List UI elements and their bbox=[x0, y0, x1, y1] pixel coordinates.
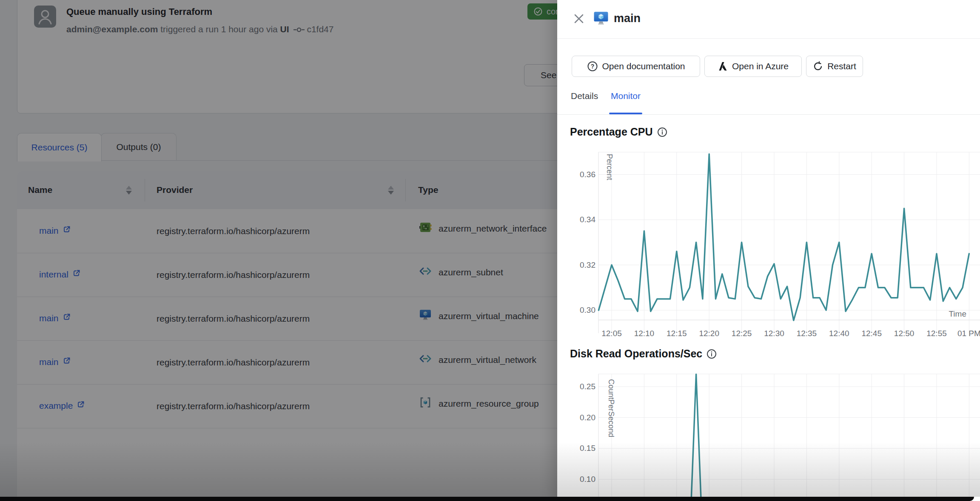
disk-read-chart: 0.100.150.200.25CountPerSecond bbox=[557, 363, 980, 501]
tab-monitor[interactable]: Monitor bbox=[611, 91, 641, 101]
chart-title-cpu: Percentage CPU bbox=[570, 126, 667, 138]
svg-text:CountPerSecond: CountPerSecond bbox=[607, 379, 615, 437]
svg-text:0.30: 0.30 bbox=[580, 306, 595, 314]
open-documentation-button[interactable]: ? Open documentation bbox=[572, 56, 700, 77]
svg-text:Time: Time bbox=[949, 309, 966, 318]
restart-button[interactable]: Restart bbox=[806, 56, 863, 77]
svg-text:01 PM: 01 PM bbox=[957, 329, 980, 338]
svg-text:?: ? bbox=[590, 63, 594, 70]
vm-icon bbox=[593, 10, 609, 28]
window-bottom-bar bbox=[0, 497, 974, 501]
svg-text:12:45: 12:45 bbox=[861, 329, 882, 338]
svg-text:0.25: 0.25 bbox=[580, 382, 595, 391]
info-icon[interactable] bbox=[657, 127, 667, 137]
svg-text:0.34: 0.34 bbox=[580, 215, 595, 224]
close-icon[interactable] bbox=[573, 13, 585, 25]
svg-text:12:15: 12:15 bbox=[667, 329, 687, 338]
svg-text:12:20: 12:20 bbox=[699, 329, 719, 338]
chart-title-disk-read: Disk Read Operations/Sec bbox=[570, 348, 717, 360]
svg-text:12:55: 12:55 bbox=[926, 329, 947, 338]
question-circle-icon: ? bbox=[587, 61, 598, 72]
svg-text:12:10: 12:10 bbox=[634, 329, 655, 338]
svg-text:0.32: 0.32 bbox=[580, 260, 595, 269]
restart-icon bbox=[813, 61, 823, 71]
drawer-title: main bbox=[614, 12, 641, 25]
svg-text:12:35: 12:35 bbox=[797, 329, 817, 338]
drawer-header-divider bbox=[557, 38, 980, 39]
info-icon[interactable] bbox=[707, 349, 717, 359]
open-in-azure-button[interactable]: Open in Azure bbox=[704, 56, 802, 77]
svg-text:0.10: 0.10 bbox=[580, 475, 595, 484]
drawer-tabs-divider bbox=[557, 114, 980, 115]
vm-drawer: main ? Open documentation Open in Azure … bbox=[557, 0, 980, 501]
svg-text:12:25: 12:25 bbox=[732, 329, 752, 338]
svg-text:0.36: 0.36 bbox=[580, 170, 595, 179]
svg-text:0.15: 0.15 bbox=[580, 444, 595, 453]
cpu-chart: 0.300.320.340.3612:0512:1012:1512:2012:2… bbox=[557, 144, 980, 344]
svg-text:12:40: 12:40 bbox=[829, 329, 849, 338]
svg-text:12:05: 12:05 bbox=[601, 329, 622, 338]
azure-icon bbox=[718, 61, 728, 71]
tab-details[interactable]: Details bbox=[571, 91, 598, 101]
svg-text:0.20: 0.20 bbox=[580, 413, 595, 422]
svg-text:12:30: 12:30 bbox=[764, 329, 784, 338]
svg-text:12:50: 12:50 bbox=[894, 329, 914, 338]
svg-text:Percent: Percent bbox=[605, 154, 614, 180]
